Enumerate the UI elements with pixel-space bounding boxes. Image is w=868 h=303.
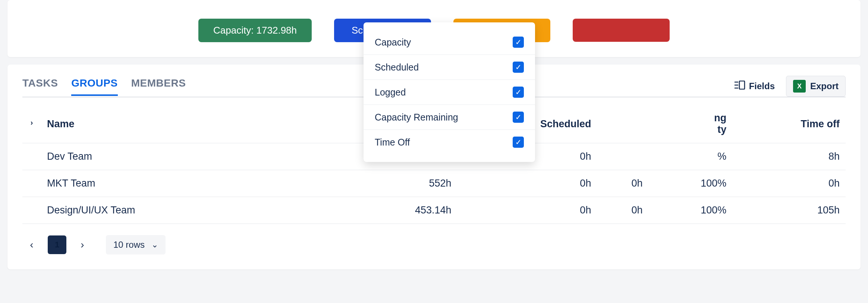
checkbox-checked-icon[interactable]: ✓ bbox=[513, 112, 524, 123]
cell-remaining: 100% bbox=[648, 197, 732, 224]
fields-popup-item-capacity-remaining[interactable]: Capacity Remaining ✓ bbox=[364, 105, 535, 130]
col-header-name[interactable]: Name bbox=[41, 105, 337, 143]
cell-logged: 0h bbox=[597, 197, 648, 224]
page-number-current[interactable]: 1 bbox=[48, 235, 66, 254]
cell-remaining: 100% bbox=[648, 170, 732, 197]
col-header-logged[interactable] bbox=[597, 105, 648, 143]
tab-groups[interactable]: GROUPS bbox=[71, 77, 117, 96]
fields-popup-item-label: Scheduled bbox=[375, 62, 419, 73]
tab-tasks[interactable]: TASKS bbox=[22, 77, 58, 95]
prev-page-button[interactable]: ‹ bbox=[22, 235, 41, 254]
expand-all-toggle[interactable]: › bbox=[22, 105, 41, 143]
checkbox-checked-icon[interactable]: ✓ bbox=[513, 62, 524, 73]
fields-popup-item-label: Time Off bbox=[375, 137, 410, 148]
fields-popup-item-time-off[interactable]: Time Off ✓ bbox=[364, 130, 535, 154]
export-button-label: Export bbox=[810, 81, 839, 91]
fields-popup: Capacity ✓ Scheduled ✓ Logged ✓ Capacity… bbox=[364, 22, 535, 162]
fields-button[interactable]: Fields bbox=[730, 78, 779, 94]
cell-scheduled: 0h bbox=[457, 197, 597, 224]
col-header-remaining-line1: ng bbox=[654, 112, 726, 124]
cell-logged: 0h bbox=[597, 170, 648, 197]
fields-popup-item-logged[interactable]: Logged ✓ bbox=[364, 80, 535, 105]
right-controls: Fields X Export bbox=[730, 76, 846, 97]
chevron-left-icon: ‹ bbox=[30, 239, 33, 251]
row-expand-toggle[interactable] bbox=[22, 197, 41, 224]
tabs: TASKS GROUPS MEMBERS bbox=[22, 77, 186, 95]
remaining-pill bbox=[573, 19, 670, 42]
cell-timeoff: 0h bbox=[732, 170, 846, 197]
cell-capacity: 552h bbox=[337, 170, 457, 197]
export-button[interactable]: X Export bbox=[786, 76, 846, 97]
checkbox-checked-icon[interactable]: ✓ bbox=[513, 37, 524, 48]
row-expand-toggle[interactable] bbox=[22, 170, 41, 197]
fields-popup-item-scheduled[interactable]: Scheduled ✓ bbox=[364, 55, 535, 80]
chevron-right-icon: › bbox=[31, 118, 33, 126]
chevron-down-icon: ⌄ bbox=[151, 240, 158, 250]
cell-timeoff: 105h bbox=[732, 197, 846, 224]
fields-icon bbox=[734, 81, 745, 92]
checkbox-checked-icon[interactable]: ✓ bbox=[513, 137, 524, 148]
fields-button-label: Fields bbox=[749, 81, 775, 91]
rows-per-page-label: 10 rows bbox=[113, 240, 145, 250]
row-expand-toggle[interactable] bbox=[22, 143, 41, 170]
next-page-button[interactable]: › bbox=[73, 235, 92, 254]
table-row[interactable]: MKT Team 552h 0h 0h 100% 0h bbox=[22, 170, 846, 197]
fields-popup-item-label: Logged bbox=[375, 87, 406, 98]
cell-remaining: % bbox=[648, 143, 732, 170]
col-header-remaining[interactable]: ng ty bbox=[648, 105, 732, 143]
cell-name: Design/UI/UX Team bbox=[41, 197, 337, 224]
chevron-right-icon: › bbox=[81, 239, 84, 251]
cell-name: MKT Team bbox=[41, 170, 337, 197]
capacity-pill: Capacity: 1732.98h bbox=[198, 19, 312, 42]
table-row[interactable]: Design/UI/UX Team 453.14h 0h 0h 100% 105… bbox=[22, 197, 846, 224]
cell-logged bbox=[597, 143, 648, 170]
tab-members[interactable]: MEMBERS bbox=[131, 77, 186, 95]
cell-timeoff: 8h bbox=[732, 143, 846, 170]
fields-popup-item-label: Capacity Remaining bbox=[375, 112, 458, 123]
fields-popup-item-label: Capacity bbox=[375, 37, 411, 48]
pagination: ‹ 1 › 10 rows ⌄ bbox=[22, 235, 846, 254]
rows-per-page-select[interactable]: 10 rows ⌄ bbox=[106, 235, 166, 254]
cell-capacity: 453.14h bbox=[337, 197, 457, 224]
cell-name: Dev Team bbox=[41, 143, 337, 170]
col-header-remaining-line2: ty bbox=[654, 124, 726, 135]
col-header-timeoff[interactable]: Time off bbox=[732, 105, 846, 143]
fields-popup-item-capacity[interactable]: Capacity ✓ bbox=[364, 30, 535, 55]
cell-scheduled: 0h bbox=[457, 170, 597, 197]
checkbox-checked-icon[interactable]: ✓ bbox=[513, 87, 524, 98]
excel-icon: X bbox=[793, 80, 806, 93]
svg-rect-3 bbox=[739, 81, 745, 89]
